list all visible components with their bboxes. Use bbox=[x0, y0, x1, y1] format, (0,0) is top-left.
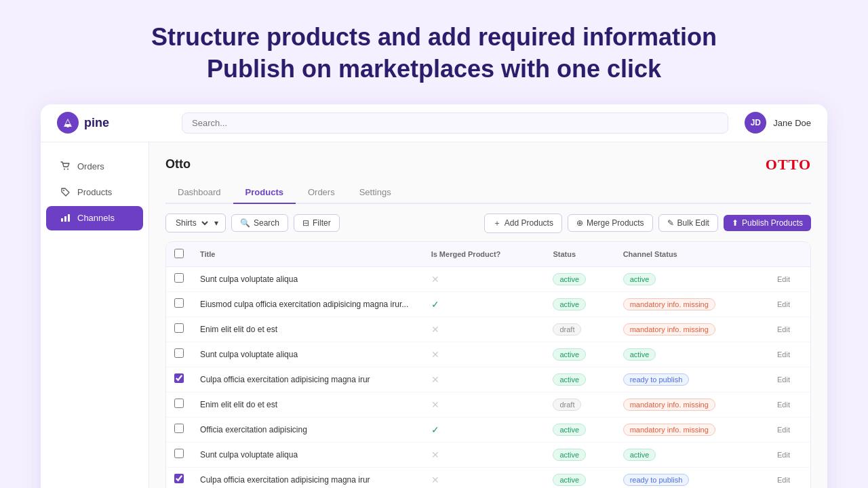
merge-products-button[interactable]: ⊕ Merge Products bbox=[568, 214, 653, 232]
add-products-button[interactable]: ＋ Add Products bbox=[484, 214, 562, 233]
edit-link[interactable]: Edit bbox=[777, 476, 790, 484]
cross-icon: ✕ bbox=[431, 449, 439, 460]
row-edit: Edit bbox=[769, 342, 810, 367]
row-edit: Edit bbox=[769, 392, 810, 417]
row-merged: ✓ bbox=[423, 291, 545, 317]
cross-icon: ✕ bbox=[431, 474, 439, 485]
row-merged: ✕ bbox=[423, 266, 545, 291]
tab-products[interactable]: Products bbox=[233, 182, 296, 204]
edit-link[interactable]: Edit bbox=[777, 401, 790, 409]
row-edit: Edit bbox=[769, 291, 810, 317]
row-checkbox[interactable] bbox=[174, 273, 184, 283]
row-title: Enim elit elit do et est bbox=[192, 317, 423, 342]
publish-products-button[interactable]: ⬆ Publish Products bbox=[724, 215, 811, 231]
row-title: Sunt culpa voluptate aliqua bbox=[192, 266, 423, 291]
channel-status-badge: mandatory info. missing bbox=[623, 399, 715, 411]
plus-icon: ＋ bbox=[493, 218, 501, 229]
edit-link[interactable]: Edit bbox=[777, 325, 790, 333]
search-icon: 🔍 bbox=[240, 218, 250, 228]
bulk-edit-button[interactable]: ✎ Bulk Edit bbox=[658, 214, 718, 232]
row-title: Sunt culpa voluptate aliqua bbox=[192, 442, 423, 467]
col-merged: Is Merged Product? bbox=[423, 242, 545, 267]
edit-link[interactable]: Edit bbox=[777, 350, 790, 359]
hero-heading: Structure products and add required info… bbox=[14, 22, 854, 85]
row-merged: ✕ bbox=[423, 392, 545, 417]
edit-link[interactable]: Edit bbox=[777, 375, 790, 384]
svg-rect-6 bbox=[64, 216, 66, 222]
cross-icon: ✕ bbox=[431, 374, 439, 385]
row-status: active bbox=[545, 442, 614, 467]
row-title: Enim elit elit do et est bbox=[192, 392, 423, 417]
sidebar-item-products[interactable]: Products bbox=[46, 180, 143, 205]
bar-chart-icon bbox=[60, 213, 71, 224]
svg-rect-5 bbox=[61, 218, 63, 222]
row-channel-status: active bbox=[615, 442, 769, 467]
row-edit: Edit bbox=[769, 266, 810, 291]
row-checkbox[interactable] bbox=[174, 348, 184, 358]
row-edit: Edit bbox=[769, 367, 810, 392]
edit-link[interactable]: Edit bbox=[777, 300, 790, 308]
row-checkbox[interactable] bbox=[174, 323, 184, 333]
svg-rect-7 bbox=[68, 214, 70, 222]
cross-icon: ✕ bbox=[431, 274, 439, 285]
row-channel-status: active bbox=[615, 266, 769, 291]
edit-link[interactable]: Edit bbox=[777, 275, 790, 283]
row-edit: Edit bbox=[769, 317, 810, 342]
row-status: draft bbox=[545, 392, 614, 417]
tab-dashboard[interactable]: Dashboard bbox=[165, 182, 233, 204]
row-status: active bbox=[545, 291, 614, 317]
status-badge: active bbox=[553, 273, 586, 285]
row-channel-status: active bbox=[615, 342, 769, 367]
status-badge: active bbox=[553, 449, 586, 461]
row-edit: Edit bbox=[769, 467, 810, 488]
row-checkbox[interactable] bbox=[174, 298, 184, 308]
sidebar-item-channels[interactable]: Channels bbox=[46, 206, 143, 230]
channel-status-badge: active bbox=[623, 449, 656, 461]
row-status: active bbox=[545, 417, 614, 442]
col-title: Title bbox=[192, 242, 423, 267]
channel-status-badge: ready to publish bbox=[623, 373, 690, 386]
filter-button[interactable]: ⊟ Filter bbox=[294, 214, 340, 232]
select-all-checkbox[interactable] bbox=[174, 249, 184, 258]
edit-link[interactable]: Edit bbox=[777, 426, 790, 434]
svg-point-1 bbox=[66, 125, 69, 127]
edit-icon: ✎ bbox=[667, 218, 674, 228]
category-filter[interactable]: Shirts Pants Shoes ▾ bbox=[165, 214, 226, 232]
category-select[interactable]: Shirts Pants Shoes bbox=[173, 218, 210, 228]
row-status: active bbox=[545, 266, 614, 291]
row-status: active bbox=[545, 367, 614, 392]
tab-settings[interactable]: Settings bbox=[347, 182, 403, 204]
channel-title: Otto bbox=[165, 157, 191, 171]
tabs: Dashboard Products Orders Settings bbox=[165, 182, 811, 204]
channel-status-badge: mandatory info. missing bbox=[623, 424, 715, 436]
channel-status-badge: active bbox=[623, 273, 656, 285]
row-checkbox[interactable] bbox=[174, 373, 184, 383]
row-channel-status: ready to publish bbox=[615, 367, 769, 392]
row-channel-status: ready to publish bbox=[615, 467, 769, 488]
row-checkbox[interactable] bbox=[174, 424, 184, 433]
tab-orders[interactable]: Orders bbox=[296, 182, 347, 204]
search-input[interactable] bbox=[182, 113, 728, 134]
channel-header: Otto OTTO bbox=[165, 156, 811, 174]
otto-logo: OTTO bbox=[766, 156, 811, 174]
sidebar: Orders Products Channels Hello Pine UG bbox=[41, 142, 149, 488]
row-merged: ✕ bbox=[423, 367, 545, 392]
row-checkbox[interactable] bbox=[174, 474, 184, 483]
svg-point-4 bbox=[63, 190, 64, 191]
status-badge: draft bbox=[553, 399, 581, 411]
products-table-wrap: Title Is Merged Product? Status Channel … bbox=[165, 241, 811, 488]
cross-icon: ✕ bbox=[431, 349, 439, 360]
row-checkbox[interactable] bbox=[174, 449, 184, 458]
channel-status-badge: mandatory info. missing bbox=[623, 298, 715, 310]
sidebar-nav: Orders Products Channels bbox=[41, 153, 149, 488]
channel-status-badge: ready to publish bbox=[623, 474, 690, 486]
merge-icon: ⊕ bbox=[576, 218, 583, 228]
table-row: Officia exercitation adipisicing✓activem… bbox=[166, 417, 810, 442]
row-checkbox[interactable] bbox=[174, 399, 184, 408]
search-button[interactable]: 🔍 Search bbox=[231, 214, 288, 232]
row-title: Eiusmod culpa officia exercitation adipi… bbox=[192, 291, 423, 317]
sidebar-item-orders[interactable]: Orders bbox=[46, 155, 143, 179]
table-row: Eiusmod culpa officia exercitation adipi… bbox=[166, 291, 810, 317]
chevron-down-icon: ▾ bbox=[214, 218, 218, 228]
edit-link[interactable]: Edit bbox=[777, 451, 790, 459]
